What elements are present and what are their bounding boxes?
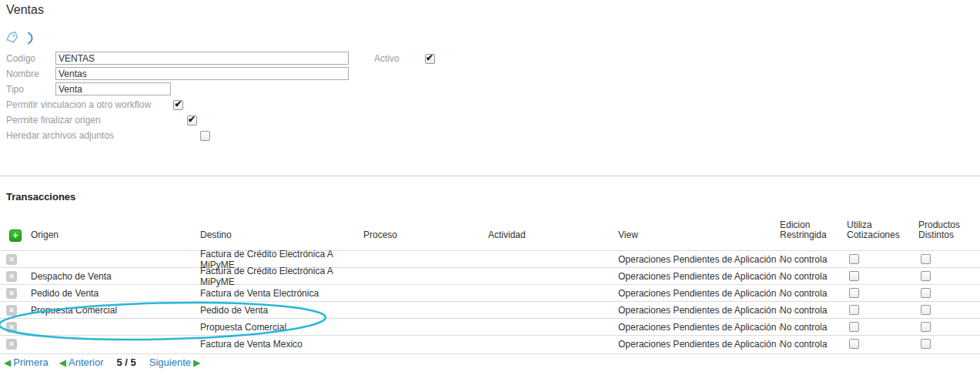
row-checkbox-utiliza-cotizaciones[interactable] <box>849 322 859 332</box>
cell-view: Operaciones Pendientes de Aplicación (WI… <box>618 254 780 265</box>
option-adjuntos-checkbox[interactable] <box>200 131 210 141</box>
column-header-proceso: Proceso <box>363 230 488 240</box>
column-header-actividad: Actividad <box>488 230 618 240</box>
tipo-label: Tipo <box>6 84 24 95</box>
cell-destino: Propuesta Comercial <box>200 322 363 333</box>
prev-page-arrow-icon: ◀ <box>59 357 66 368</box>
table-row: ✕ Factura de Crédito Electrónica A MiPyM… <box>0 250 980 267</box>
transactions-table-body: ✕ Factura de Crédito Electrónica A MiPyM… <box>0 250 980 352</box>
column-header-utiliza-cotizaciones: Utiliza Cotizaciones <box>847 220 908 240</box>
delete-row-button[interactable]: ✕ <box>6 271 17 282</box>
next-page-arrow-icon: ▶ <box>193 357 200 368</box>
page-counter: 5 / 5 <box>117 357 136 368</box>
section-divider <box>0 176 980 176</box>
table-bottom-border <box>0 353 980 354</box>
delete-row-button[interactable]: ✕ <box>6 288 17 299</box>
toolbar <box>5 32 35 45</box>
activo-label: Activo <box>374 53 400 64</box>
table-row: ✕ Factura de Venta Mexico Operaciones Pe… <box>0 335 980 352</box>
option-vinculacion-checkbox[interactable] <box>173 100 183 110</box>
row-checkbox-productos-distintos[interactable] <box>921 339 931 349</box>
next-page-link[interactable]: Siguiente <box>149 357 191 368</box>
row-checkbox-utiliza-cotizaciones[interactable] <box>849 339 859 349</box>
cell-destino: Factura de Crédito Electrónica A MiPyME <box>200 266 363 287</box>
option-finalizar-checkbox[interactable] <box>187 116 197 126</box>
table-row: ✕ Propuesta Comercial Operaciones Pendie… <box>0 318 980 335</box>
cell-view: Operaciones Pendientes de Aplicación (WI… <box>618 288 780 299</box>
expand-chevron-icon[interactable] <box>27 32 35 45</box>
row-checkbox-productos-distintos[interactable] <box>921 254 931 264</box>
table-row: ✕ Pedido de Venta Factura de Venta Elect… <box>0 284 980 301</box>
cell-destino: Pedido de Venta <box>200 305 363 316</box>
pagination: ◀ Primera ◀ Anterior 5 / 5 Siguiente ▶ <box>4 357 200 368</box>
cell-view: Operaciones Pendientes de Aplicación (WI… <box>618 305 780 316</box>
tipo-input[interactable] <box>55 82 171 95</box>
delete-row-button[interactable]: ✕ <box>6 254 17 265</box>
row-checkbox-utiliza-cotizaciones[interactable] <box>849 271 859 281</box>
row-checkbox-productos-distintos[interactable] <box>921 322 931 332</box>
nombre-label: Nombre <box>6 69 39 79</box>
cell-edicion-restringida: No controla <box>780 339 847 350</box>
row-checkbox-productos-distintos[interactable] <box>921 271 931 281</box>
option-adjuntos-label: Heredar archivos adjuntos <box>6 130 114 141</box>
cell-view: Operaciones Pendientes de Aplicación (WI… <box>618 271 780 282</box>
delete-row-button[interactable]: ✕ <box>6 305 17 316</box>
column-header-view: View <box>618 230 780 240</box>
cell-edicion-restringida: No controla <box>780 322 847 333</box>
option-vinculacion-label: Permitir vinculacion a otro workflow <box>6 99 151 110</box>
cell-view: Operaciones Pendientes de Aplicación (WI… <box>618 322 780 333</box>
column-header-destino: Destino <box>200 230 363 240</box>
table-row: ✕ Propuesta Comercial Pedido de Venta Op… <box>0 301 980 318</box>
cell-edicion-restringida: No controla <box>780 271 847 282</box>
cell-view: Operaciones Pendientes de Aplicación (WI… <box>618 339 780 350</box>
table-row: ✕ Despacho de Venta Factura de Crédito E… <box>0 267 980 284</box>
row-checkbox-productos-distintos[interactable] <box>921 305 931 315</box>
tag-icon[interactable] <box>5 32 19 45</box>
column-header-edicion-restringida: Edicion Restringida <box>780 220 834 240</box>
cell-origen: Propuesta Comercial <box>31 305 200 316</box>
nombre-input[interactable] <box>55 67 349 80</box>
cell-destino: Factura de Venta Electrónica <box>200 288 363 299</box>
page-title: Ventas <box>6 3 44 17</box>
add-row-button[interactable]: + <box>9 229 22 242</box>
cell-destino: Factura de Venta Mexico <box>200 339 363 350</box>
column-header-origen: Origen <box>31 230 200 240</box>
cell-edicion-restringida: No controla <box>780 254 847 265</box>
cell-edicion-restringida: No controla <box>780 288 847 299</box>
cell-origen: Despacho de Venta <box>31 271 200 282</box>
delete-row-button[interactable]: ✕ <box>6 339 17 350</box>
first-page-link[interactable]: Primera <box>13 357 48 368</box>
row-checkbox-utiliza-cotizaciones[interactable] <box>849 254 859 264</box>
activo-checkbox[interactable] <box>425 54 435 64</box>
first-page-arrow-icon: ◀ <box>4 357 11 368</box>
codigo-input[interactable] <box>55 52 349 65</box>
option-finalizar-label: Permite finalizar origen <box>6 115 101 126</box>
delete-row-button[interactable]: ✕ <box>6 322 17 333</box>
row-checkbox-utiliza-cotizaciones[interactable] <box>849 305 859 315</box>
row-checkbox-utiliza-cotizaciones[interactable] <box>849 288 859 298</box>
prev-page-link[interactable]: Anterior <box>69 357 104 368</box>
transactions-section-title: Transacciones <box>6 191 75 203</box>
column-header-productos-distintos: Productos Distintos <box>918 220 969 240</box>
cell-origen: Pedido de Venta <box>31 288 200 299</box>
transactions-table-header: + Origen Destino Proceso Actividad View … <box>0 218 980 250</box>
codigo-label: Codigo <box>6 53 35 64</box>
row-checkbox-productos-distintos[interactable] <box>921 288 931 298</box>
cell-edicion-restringida: No controla <box>780 305 847 316</box>
